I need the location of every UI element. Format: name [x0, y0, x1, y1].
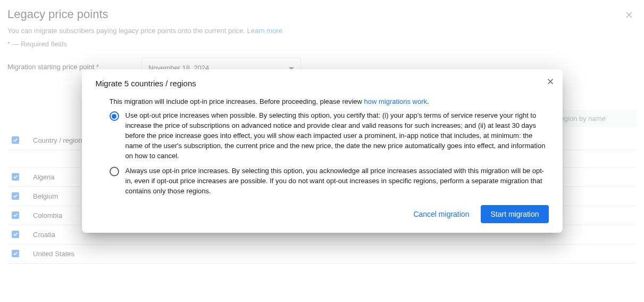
opt-in-radio[interactable] [110, 167, 119, 176]
modal-overlay: Migrate 5 countries / regions This migra… [0, 0, 644, 302]
start-migration-button[interactable]: Start migration [481, 205, 548, 223]
modal-close-icon[interactable] [546, 77, 555, 88]
migrate-modal: Migrate 5 countries / regions This migra… [82, 69, 563, 233]
opt-in-text: Always use opt-in price increases. By se… [126, 166, 549, 197]
how-migrations-work-link[interactable]: how migrations work [364, 97, 428, 105]
opt-out-radio[interactable] [110, 111, 119, 121]
modal-title: Migrate 5 countries / regions [96, 79, 549, 88]
cancel-migration-button[interactable]: Cancel migration [406, 205, 476, 223]
opt-out-text: Use opt-out price increases when possibl… [126, 111, 549, 161]
modal-intro: This migration will include opt-in price… [96, 97, 549, 105]
